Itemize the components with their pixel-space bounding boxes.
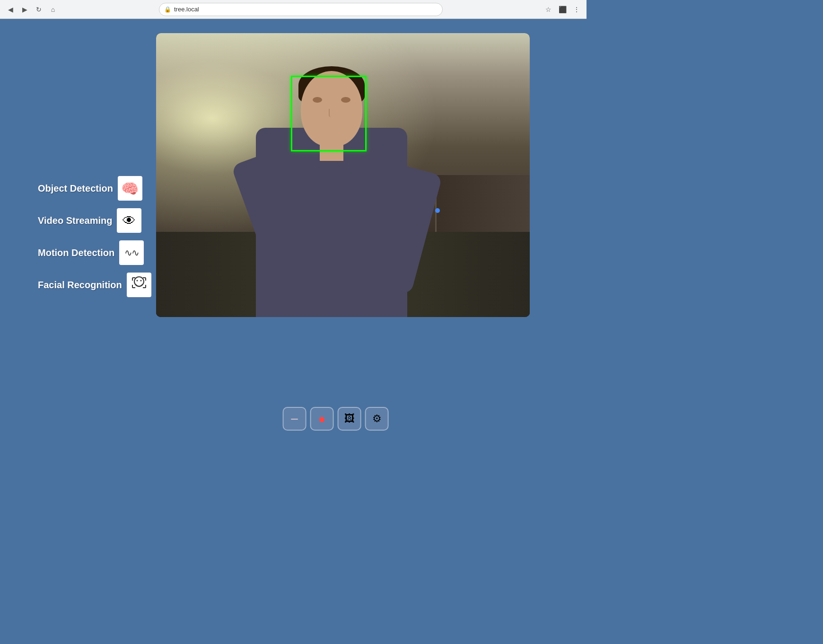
svg-point-2: [140, 280, 141, 281]
brain-icon: 🧠: [121, 180, 139, 197]
camera-container: [156, 33, 530, 317]
menu-item-motion-detection[interactable]: Motion Detection ∿∿: [38, 240, 151, 265]
svg-point-1: [136, 280, 138, 281]
minus-icon: ─: [291, 414, 298, 424]
detection-bounding-box: [291, 76, 367, 151]
video-streaming-icon-box: 👁: [117, 208, 141, 233]
forward-button[interactable]: ▶: [18, 3, 31, 16]
record-icon: ●: [318, 412, 326, 426]
menu-item-object-detection[interactable]: Object Detection 🧠: [38, 176, 151, 201]
gear-icon: ⚙: [372, 413, 382, 425]
bookmark-button[interactable]: ☆: [542, 3, 554, 16]
home-button[interactable]: ⌂: [46, 3, 60, 16]
camera-feed: [156, 33, 530, 317]
browser-actions: ☆ ⬛ ⋮: [542, 3, 583, 16]
menu-button[interactable]: ⋮: [570, 3, 583, 16]
back-button[interactable]: ◀: [4, 3, 17, 16]
bottom-toolbar: ─ ● 🖼 ⚙: [283, 407, 389, 431]
object-detection-label: Object Detection: [38, 183, 113, 194]
facial-recognition-label: Facial Recognition: [38, 280, 122, 291]
gallery-icon: 🖼: [344, 413, 355, 425]
url-text: tree.local: [174, 6, 199, 13]
motion-detection-icon-box: ∿∿: [119, 240, 144, 265]
face-scan-icon: [131, 274, 147, 296]
eye-icon: 👁: [123, 213, 136, 229]
record-button[interactable]: ●: [310, 407, 334, 431]
gallery-button[interactable]: 🖼: [338, 407, 361, 431]
wave-icon: ∿∿: [124, 247, 139, 258]
sidebar-menu: Object Detection 🧠 Video Streaming 👁 Mot…: [38, 176, 151, 297]
browser-chrome: ◀ ▶ ↻ ⌂ 🔒 tree.local ☆ ⬛ ⋮: [0, 0, 587, 19]
object-detection-icon-box: 🧠: [118, 176, 142, 201]
main-content: Object Detection 🧠 Video Streaming 👁 Mot…: [0, 19, 587, 454]
address-bar[interactable]: 🔒 tree.local: [159, 3, 443, 16]
nav-buttons: ◀ ▶ ↻ ⌂: [4, 3, 60, 16]
extensions-button[interactable]: ⬛: [556, 3, 569, 16]
settings-button[interactable]: ⚙: [365, 407, 389, 431]
minus-button[interactable]: ─: [283, 407, 306, 431]
motion-detection-label: Motion Detection: [38, 247, 114, 258]
menu-item-facial-recognition[interactable]: Facial Recognition: [38, 273, 151, 297]
facial-recognition-icon-box: [127, 273, 151, 297]
video-streaming-label: Video Streaming: [38, 215, 112, 226]
menu-item-video-streaming[interactable]: Video Streaming 👁: [38, 208, 151, 233]
refresh-button[interactable]: ↻: [32, 3, 45, 16]
